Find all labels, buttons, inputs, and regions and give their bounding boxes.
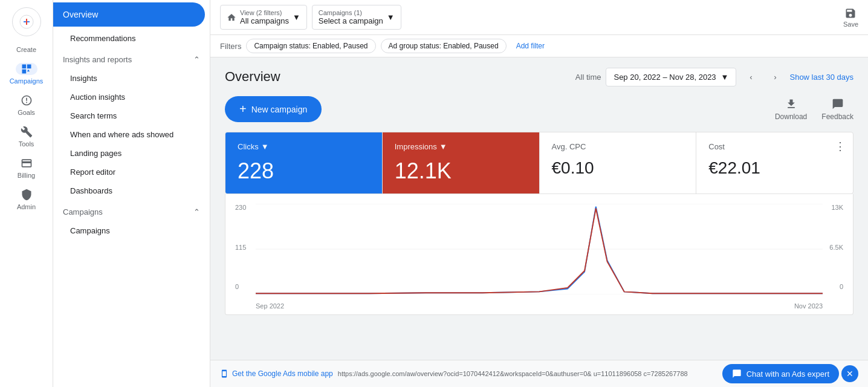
insights-reports-label: Insights and reports — [63, 55, 132, 64]
close-icon: ✕ — [846, 369, 853, 379]
sidebar-item-goals[interactable]: Goals — [0, 89, 53, 121]
admin-label: Admin — [17, 203, 36, 210]
actions-row: + New campaign Download Feedback — [225, 96, 853, 122]
dashboards-nav-item[interactable]: Dashboards — [53, 181, 210, 200]
save-label: Save — [843, 21, 858, 28]
feedback-button[interactable]: Feedback — [821, 98, 853, 121]
show-last-30-link[interactable]: Show last 30 days — [789, 73, 853, 82]
dropdown-arrow-icon-2: ▼ — [387, 13, 395, 22]
chevron-up-icon-2: ⌃ — [193, 207, 200, 216]
impressions-value: 12.1K — [395, 158, 527, 184]
next-date-button[interactable]: › — [765, 67, 785, 86]
avg-cpc-stat-card: Avg. CPC €0.10 — [540, 132, 697, 194]
tools-label: Tools — [19, 140, 34, 148]
feedback-icon — [832, 98, 844, 110]
sidebar-item-billing[interactable]: Billing — [0, 152, 53, 184]
view-filter-label: View (2 filters) — [240, 9, 289, 16]
dropdown-arrow-small[interactable]: ▼ — [261, 142, 269, 151]
download-icon — [785, 98, 797, 110]
avg-cpc-value: €0.10 — [552, 158, 684, 178]
prev-date-button[interactable]: ‹ — [741, 67, 760, 86]
sidebar-item-admin[interactable]: Admin — [0, 184, 53, 215]
create-label: Create — [16, 46, 36, 53]
save-icon — [844, 7, 857, 19]
campaign-status-chip[interactable]: Campaign status: Enabled, Paused — [246, 39, 375, 53]
add-filter-button[interactable]: Add filter — [511, 39, 549, 53]
report-editor-nav-item[interactable]: Report editor — [53, 163, 210, 181]
create-button[interactable] — [12, 7, 41, 36]
clicks-label: Clicks ▼ — [238, 142, 370, 151]
campaign-filter-dropdown[interactable]: Campaigns (1) Select a campaign ▼ — [312, 5, 401, 30]
sidebar-item-create[interactable]: Create — [0, 41, 53, 58]
date-range-picker[interactable]: Sep 20, 2022 – Nov 28, 2023 ▼ — [606, 68, 736, 86]
impressions-label: Impressions ▼ — [395, 142, 527, 151]
campaigns-item[interactable]: Campaigns — [53, 221, 210, 240]
url-display: https://ads.google.com/aw/overview?ocid=… — [338, 370, 688, 377]
filters-bar: Filters Campaign status: Enabled, Paused… — [210, 35, 868, 57]
date-range-value: Sep 20, 2022 – Nov 28, 2023 — [614, 73, 716, 82]
chart-svg — [256, 204, 823, 294]
page-title: Overview — [225, 69, 280, 85]
when-where-nav-item[interactable]: When and where ads showed — [53, 125, 210, 144]
overview-label: Overview — [63, 10, 98, 19]
download-button[interactable]: Download — [775, 98, 807, 121]
overview-area: Overview All time Sep 20, 2022 – Nov 28,… — [210, 57, 868, 360]
campaigns-section-label: Campaigns — [63, 207, 103, 216]
goals-label: Goals — [18, 109, 35, 116]
cost-label: Cost — [708, 142, 841, 151]
top-bar: View (2 filters) All campaigns ▼ Campaig… — [210, 0, 868, 35]
stats-row: Clicks ▼ 228 Impressions ▼ 12.1K Avg. CP… — [225, 132, 853, 194]
view-filter-value: All campaigns — [240, 16, 289, 25]
chat-area: Chat with an Ads expert ✕ — [722, 364, 858, 383]
bottom-bar: Get the Google Ads mobile app https://ad… — [210, 360, 868, 387]
campaigns-section[interactable]: Campaigns ⌃ — [53, 200, 210, 221]
filters-label: Filters — [220, 42, 241, 51]
avg-cpc-label: Avg. CPC — [552, 142, 684, 151]
dropdown-arrow-icon: ▼ — [293, 13, 300, 22]
new-campaign-button[interactable]: + New campaign — [225, 96, 322, 122]
campaigns-filter-value: Select a campaign — [319, 16, 383, 25]
clicks-value: 228 — [238, 158, 370, 184]
sidebar-item-campaigns[interactable]: Campaigns — [0, 58, 53, 89]
action-icons: Download Feedback — [775, 98, 853, 121]
ad-group-status-chip[interactable]: Ad group status: Enabled, Paused — [381, 39, 507, 53]
sidebar-icons: Create Campaigns Goals Tools Billing Adm… — [0, 0, 53, 387]
plus-icon: + — [239, 102, 247, 116]
impressions-stat-card: Impressions ▼ 12.1K — [383, 132, 540, 194]
cost-stat-card: Cost €22.01 ⋮ — [696, 132, 853, 194]
overview-nav-item[interactable]: Overview — [53, 2, 205, 27]
chat-icon — [732, 369, 742, 379]
auction-insights-nav-item[interactable]: Auction insights — [53, 88, 210, 106]
mobile-icon — [220, 369, 228, 378]
insights-reports-section[interactable]: Insights and reports ⌃ — [53, 48, 210, 69]
nav-sidebar: Overview Recommendations Insights and re… — [53, 0, 210, 387]
billing-label: Billing — [18, 172, 35, 179]
clicks-stat-card: Clicks ▼ 228 — [225, 132, 383, 194]
save-button[interactable]: Save — [843, 7, 858, 28]
landing-pages-nav-item[interactable]: Landing pages — [53, 144, 210, 163]
all-time-label: All time — [575, 73, 601, 82]
chart-container: 230 115 0 13K 6.5K 0 Sep 2022 — [225, 194, 853, 315]
more-options-icon[interactable]: ⋮ — [835, 140, 846, 153]
home-icon — [227, 13, 236, 22]
chat-label: Chat with an Ads expert — [747, 369, 829, 379]
overview-header: Overview All time Sep 20, 2022 – Nov 28,… — [225, 67, 853, 86]
recommendations-nav-item[interactable]: Recommendations — [53, 29, 210, 48]
campaigns-label: Campaigns — [10, 77, 44, 85]
insights-nav-item[interactable]: Insights — [53, 69, 210, 88]
chart-x-labels: Sep 2022 Nov 2023 — [256, 302, 823, 310]
main-content: View (2 filters) All campaigns ▼ Campaig… — [210, 0, 868, 387]
chart-y-labels-right: 13K 6.5K 0 — [829, 204, 843, 290]
sidebar-item-tools[interactable]: Tools — [0, 121, 53, 152]
mobile-app-link[interactable]: Get the Google Ads mobile app — [220, 369, 333, 378]
dropdown-arrow-small-2[interactable]: ▼ — [439, 142, 447, 151]
close-chat-button[interactable]: ✕ — [841, 365, 858, 382]
date-controls: All time Sep 20, 2022 – Nov 28, 2023 ▼ ‹… — [575, 67, 853, 86]
search-terms-nav-item[interactable]: Search terms — [53, 106, 210, 125]
view-filter-dropdown[interactable]: View (2 filters) All campaigns ▼ — [220, 5, 307, 30]
calendar-icon: ▼ — [721, 73, 729, 82]
chart-y-labels-left: 230 115 0 — [235, 204, 246, 290]
chevron-up-icon: ⌃ — [193, 55, 200, 64]
cost-value: €22.01 — [708, 158, 841, 178]
chat-button[interactable]: Chat with an Ads expert — [722, 364, 839, 383]
